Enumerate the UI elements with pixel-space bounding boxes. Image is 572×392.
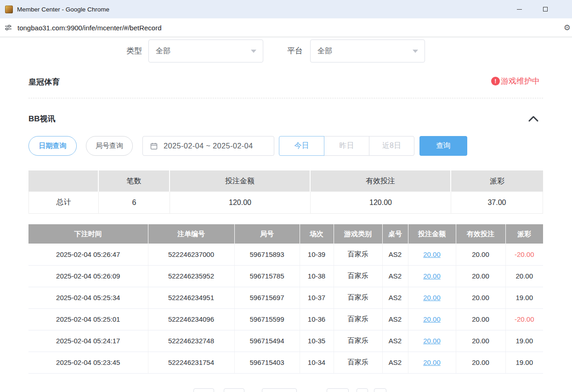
table-row: 2025-02-04 05:25:34 522246234951 5967156… bbox=[28, 287, 543, 308]
game-type: 百家乐 bbox=[334, 330, 382, 352]
header-bet-id: 注单编号 bbox=[148, 224, 234, 244]
bet-id: 522246235952 bbox=[148, 265, 234, 287]
date-query-tab[interactable]: 日期查询 bbox=[28, 136, 77, 156]
payout-value: 19.00 bbox=[515, 294, 533, 301]
valid-bet: 20.00 bbox=[456, 352, 505, 373]
valid-bet: 20.00 bbox=[456, 265, 505, 287]
pagination-item[interactable] bbox=[327, 388, 349, 392]
bet-time: 2025-02-04 05:25:01 bbox=[28, 308, 148, 330]
today-button[interactable]: 今日 bbox=[279, 136, 324, 156]
table-row: 2025-02-04 05:26:09 522246235952 5967157… bbox=[28, 265, 543, 287]
yesterday-label: 昨日 bbox=[340, 141, 354, 151]
date-query-label: 日期查询 bbox=[39, 142, 67, 150]
summary-total-row: 总计 6 120.00 120.00 37.00 bbox=[28, 192, 543, 214]
yesterday-button[interactable]: 昨日 bbox=[324, 136, 369, 156]
bet-amount-link[interactable]: 20.00 bbox=[423, 358, 441, 366]
payout-value: 20.00 bbox=[515, 272, 533, 280]
bet-id: 522246234096 bbox=[148, 308, 234, 330]
collapse-button[interactable] bbox=[527, 114, 539, 123]
bet-amount-link[interactable]: 20.00 bbox=[423, 315, 441, 323]
bet-amount-link[interactable]: 20.00 bbox=[423, 294, 441, 301]
page-content: 类型 全部 平台 全部 皇冠体育 ! 游戏维护中 BB视讯 日期查询 局号 bbox=[0, 37, 572, 392]
bet-amount-link[interactable]: 20.00 bbox=[423, 337, 441, 345]
bet-table-header-row: 下注时间 注单编号 局号 场次 游戏类别 桌号 投注金额 有效投注 派彩 bbox=[28, 224, 543, 244]
section-divider bbox=[28, 98, 543, 98]
pagination-item[interactable] bbox=[374, 388, 386, 392]
payout-value: 19.00 bbox=[515, 337, 533, 345]
bet-amount-link[interactable]: 20.00 bbox=[423, 272, 441, 280]
date-range-picker[interactable]: 2025-02-04 ~ 2025-02-04 bbox=[142, 136, 274, 156]
session: 10-39 bbox=[300, 244, 334, 265]
table-no: AS2 bbox=[382, 330, 408, 352]
header-payout: 派彩 bbox=[505, 224, 543, 244]
table-no: AS2 bbox=[382, 352, 408, 373]
table-no: AS2 bbox=[382, 308, 408, 330]
pagination-item[interactable] bbox=[224, 388, 244, 392]
bet-amount-link[interactable]: 20.00 bbox=[423, 250, 441, 258]
window-titlebar: Member Center - Google Chrome bbox=[0, 0, 572, 18]
platform-label: 平台 bbox=[287, 40, 303, 62]
payout-value: -20.00 bbox=[515, 315, 534, 323]
bet-id: 522246237000 bbox=[148, 244, 234, 265]
site-info-icon[interactable] bbox=[4, 23, 12, 32]
summary-payout-value: 37.00 bbox=[451, 192, 543, 214]
bet-time: 2025-02-04 05:24:17 bbox=[28, 330, 148, 352]
table-row: 2025-02-04 05:23:45 522246231754 5967154… bbox=[28, 352, 543, 373]
type-select[interactable]: 全部 bbox=[148, 40, 263, 62]
round-no: 596715697 bbox=[234, 287, 300, 308]
round-query-label: 局号查询 bbox=[96, 142, 123, 150]
valid-bet: 20.00 bbox=[456, 287, 505, 308]
valid-bet: 20.00 bbox=[456, 308, 505, 330]
bet-id: 522246232748 bbox=[148, 330, 234, 352]
session: 10-37 bbox=[300, 287, 334, 308]
bet-time: 2025-02-04 05:26:47 bbox=[28, 244, 148, 265]
bet-id: 522246231754 bbox=[148, 352, 234, 373]
round-no: 596715785 bbox=[234, 265, 300, 287]
bet-record-table: 下注时间 注单编号 局号 场次 游戏类别 桌号 投注金额 有效投注 派彩 202… bbox=[28, 224, 543, 374]
caret-down-icon bbox=[251, 50, 256, 53]
session: 10-36 bbox=[300, 308, 334, 330]
calendar-icon bbox=[150, 142, 158, 150]
table-no: AS2 bbox=[382, 244, 408, 265]
round-no: 596715893 bbox=[234, 244, 300, 265]
window-title: Member Center - Google Chrome bbox=[17, 6, 109, 13]
platform-select[interactable]: 全部 bbox=[310, 40, 425, 62]
minimize-icon bbox=[517, 9, 522, 10]
table-no: AS2 bbox=[382, 287, 408, 308]
bet-time: 2025-02-04 05:23:45 bbox=[28, 352, 148, 373]
browser-window: Member Center - Google Chrome tongbao31.… bbox=[0, 0, 572, 392]
crown-sports-title: 皇冠体育 bbox=[28, 77, 60, 87]
url-text[interactable]: tongbao31.com:9900/infe/mcenter/#/betRec… bbox=[17, 24, 162, 32]
game-type: 百家乐 bbox=[334, 352, 382, 373]
pagination-item[interactable] bbox=[357, 388, 368, 392]
payout-value: 19.00 bbox=[515, 358, 533, 366]
header-table-no: 桌号 bbox=[382, 224, 408, 244]
bet-time: 2025-02-04 05:26:09 bbox=[28, 265, 148, 287]
game-type: 百家乐 bbox=[334, 287, 382, 308]
app-icon bbox=[5, 6, 13, 13]
round-no: 596715403 bbox=[234, 352, 300, 373]
valid-bet: 20.00 bbox=[456, 330, 505, 352]
session: 10-34 bbox=[300, 352, 334, 373]
pagination-item[interactable] bbox=[193, 388, 214, 392]
round-query-tab[interactable]: 局号查询 bbox=[86, 136, 133, 156]
recent8-button[interactable]: 近8日 bbox=[369, 136, 414, 156]
summary-header-bet-amount: 投注金额 bbox=[170, 170, 311, 192]
table-no: AS2 bbox=[382, 265, 408, 287]
summary-header-count: 笔数 bbox=[99, 170, 170, 192]
summary-header-empty bbox=[28, 170, 99, 192]
settings-icon[interactable]: ⚙ bbox=[564, 24, 571, 32]
summary-bet-amount-value: 120.00 bbox=[170, 192, 311, 214]
bet-time: 2025-02-04 05:25:34 bbox=[28, 287, 148, 308]
maximize-button[interactable] bbox=[535, 0, 556, 18]
url-bar[interactable]: tongbao31.com:9900/infe/mcenter/#/betRec… bbox=[0, 18, 572, 37]
minimize-button[interactable] bbox=[509, 0, 530, 18]
valid-bet: 20.00 bbox=[456, 244, 505, 265]
summary-count-value: 6 bbox=[99, 192, 170, 214]
search-button[interactable]: 查询 bbox=[419, 136, 467, 156]
game-type: 百家乐 bbox=[334, 265, 382, 287]
maintenance-text: 游戏维护中 bbox=[501, 76, 540, 86]
search-button-label: 查询 bbox=[436, 141, 451, 151]
table-row: 2025-02-04 05:25:01 522246234096 5967155… bbox=[28, 308, 543, 330]
pagination-item[interactable] bbox=[262, 388, 297, 392]
